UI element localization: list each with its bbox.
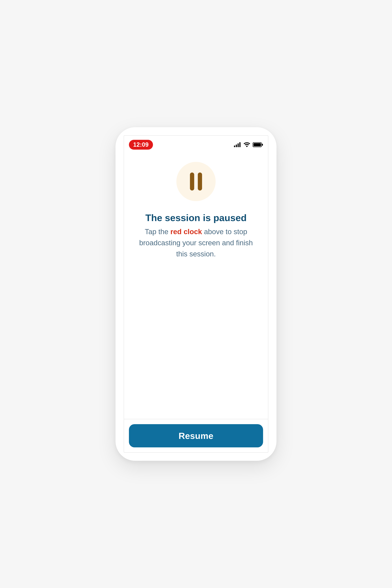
svg-rect-5 — [254, 143, 261, 146]
status-indicators — [234, 142, 263, 147]
stage: 12:09 — [0, 0, 392, 588]
pause-bar-right — [198, 173, 202, 191]
status-time: 12:09 — [133, 140, 149, 150]
pause-title: The session is paused — [146, 212, 247, 223]
recording-time-pill[interactable]: 12:09 — [129, 140, 153, 150]
pause-description-highlight: red clock — [170, 228, 202, 236]
svg-rect-3 — [239, 142, 240, 147]
battery-icon — [252, 142, 263, 147]
status-bar: 12:09 — [124, 136, 268, 154]
phone-screen: 12:09 — [124, 135, 268, 453]
footer: Resume — [124, 419, 268, 452]
resume-button[interactable]: Resume — [129, 424, 263, 447]
pause-description-pre: Tap the — [145, 228, 170, 236]
pause-icon — [176, 162, 216, 201]
pause-bar-left — [190, 173, 194, 191]
svg-rect-1 — [236, 145, 237, 147]
svg-rect-6 — [262, 144, 263, 146]
svg-rect-2 — [238, 143, 239, 147]
svg-rect-0 — [234, 146, 235, 147]
wifi-icon — [244, 142, 250, 147]
phone-frame: 12:09 — [116, 127, 276, 461]
pause-description: Tap the red clock above to stop broadcas… — [134, 226, 258, 260]
main-content: The session is paused Tap the red clock … — [124, 154, 268, 419]
cellular-signal-icon — [234, 142, 241, 147]
